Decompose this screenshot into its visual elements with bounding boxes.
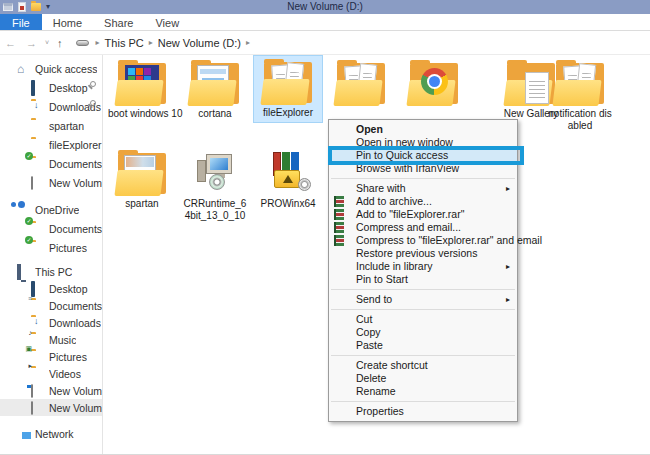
file-item-spartan[interactable]: spartan <box>108 147 176 210</box>
sidebar-item-pc-new-volume-c[interactable]: New Volume (C:) <box>0 382 102 399</box>
home-icon: ⌂ <box>17 62 24 76</box>
file-item-fileexplorer[interactable]: fileExplorer <box>254 56 322 122</box>
ribbon-tab-bar: File Home Share View <box>0 14 650 31</box>
file-item-chrome-folder[interactable] <box>400 57 468 108</box>
submenu-arrow-icon: ▸ <box>506 293 510 306</box>
winrar-archive-icon <box>260 150 316 196</box>
sidebar-item-pc-pictures[interactable]: Pictures <box>0 348 102 365</box>
system-drive-icon <box>31 384 33 398</box>
context-menu-item-restore-previous-versions[interactable]: Restore previous versions <box>329 247 517 260</box>
sidebar-item-pc-documents[interactable]: Documents <box>0 297 102 314</box>
document-pages-icon <box>525 72 549 104</box>
context-menu-item-cut[interactable]: Cut <box>329 313 517 326</box>
breadcrumb-separator: ▸ <box>94 38 102 47</box>
navigation-pane: ⌂ Quick access Desktop Downloads spartan… <box>0 55 103 454</box>
pin-icon <box>86 81 96 91</box>
context-menu-item-create-shortcut[interactable]: Create shortcut <box>329 359 517 372</box>
sidebar-item-pc-desktop[interactable]: Desktop <box>0 280 102 297</box>
winrar-icon <box>334 235 344 246</box>
sidebar-item-new-volume-d[interactable]: New Volume (D:) <box>0 173 102 192</box>
file-item-cortana[interactable]: cortana <box>181 57 249 120</box>
context-menu: Open Open in new window Pin to Quick acc… <box>328 119 518 422</box>
folder-icon <box>114 150 170 196</box>
context-menu-item-rename[interactable]: Rename <box>329 385 517 398</box>
window-title: New Volume (D:) <box>0 1 650 12</box>
sidebar-item-spartan[interactable]: spartan <box>0 116 102 135</box>
tab-file[interactable]: File <box>0 14 42 30</box>
winrar-icon <box>334 222 344 233</box>
file-item-notification-disabled[interactable]: notification disabled <box>546 57 614 131</box>
sidebar-item-downloads[interactable]: Downloads <box>0 97 102 116</box>
context-menu-item-pin-to-start[interactable]: Pin to Start <box>329 273 517 286</box>
menu-separator <box>331 401 515 402</box>
disc-icon <box>298 178 311 191</box>
sidebar-item-documents[interactable]: Documents <box>0 154 102 173</box>
forward-arrow-icon[interactable]: → <box>21 37 42 49</box>
file-item-crruntime[interactable]: CRRuntime_64bit_13_0_10 <box>181 147 249 221</box>
installer-icon <box>187 150 243 196</box>
sidebar-item-fileexplorer[interactable]: fileExplorer <box>0 135 102 154</box>
disc-icon <box>209 174 225 190</box>
drive-icon <box>31 176 33 190</box>
file-item-documents-folder[interactable] <box>327 57 395 108</box>
file-item-boot-windows-10[interactable]: boot windows 10 <box>108 57 176 120</box>
context-menu-item-add-to-rar[interactable]: Add to "fileExplorer.rar" <box>329 208 517 221</box>
breadcrumb-current[interactable]: New Volume (D:) <box>155 37 244 49</box>
up-arrow-icon[interactable]: ↑ <box>52 37 68 49</box>
folder-icon <box>260 59 316 105</box>
sidebar-item-pc-new-volume-d[interactable]: New Volume (D:) <box>0 399 102 416</box>
context-menu-item-compress-and-email[interactable]: Compress and email... <box>329 221 517 234</box>
winrar-icon <box>334 196 344 207</box>
context-menu-item-copy[interactable]: Copy <box>329 326 517 339</box>
sidebar-group-quick-access[interactable]: ⌂ Quick access <box>0 59 102 78</box>
context-menu-item-open[interactable]: Open <box>329 123 517 136</box>
sidebar-group-network[interactable]: Network <box>0 424 102 443</box>
sidebar-item-desktop[interactable]: Desktop <box>0 78 102 97</box>
breadcrumb-separator: ▸ <box>147 38 155 47</box>
pc-icon <box>17 264 21 280</box>
context-menu-item-send-to[interactable]: Send to ▸ <box>329 293 517 306</box>
submenu-arrow-icon: ▸ <box>506 182 510 195</box>
context-menu-item-delete[interactable]: Delete <box>329 372 517 385</box>
folder-icon <box>333 60 389 106</box>
monitor-icon <box>31 80 35 96</box>
folder-icon <box>552 60 608 106</box>
menu-separator <box>331 309 515 310</box>
context-menu-item-add-to-archive[interactable]: Add to archive... <box>329 195 517 208</box>
tab-share[interactable]: Share <box>93 14 144 30</box>
submenu-arrow-icon: ▸ <box>506 260 510 273</box>
sidebar-group-onedrive[interactable]: OneDrive <box>0 200 102 219</box>
context-menu-item-pin-to-quick-access[interactable]: Pin to Quick access <box>329 149 517 162</box>
address-bar: ← → ˅ ↑ ▸ This PC ▸ New Volume (D:) ▸ <box>0 31 650 55</box>
sidebar-item-pc-videos[interactable]: Videos <box>0 365 102 382</box>
chrome-icon <box>421 68 448 95</box>
context-menu-item-include-in-library[interactable]: Include in library ▸ <box>329 260 517 273</box>
location-drive-icon <box>76 40 89 46</box>
file-item-prowinx64[interactable]: PROWinx64 <box>254 147 322 210</box>
winrar-icon <box>334 209 344 220</box>
folder-icon <box>406 60 462 106</box>
menu-separator <box>331 355 515 356</box>
sidebar-item-pc-music[interactable]: Music <box>0 331 102 348</box>
folder-icon <box>114 60 170 106</box>
breadcrumb-separator: ▸ <box>244 38 252 47</box>
context-menu-item-share-with[interactable]: Share with ▸ <box>329 182 517 195</box>
context-menu-item-paste[interactable]: Paste <box>329 339 517 352</box>
context-menu-item-compress-to-rar-and-email[interactable]: Compress to "fileExplorer.rar" and email <box>329 234 517 247</box>
breadcrumb-this-pc[interactable]: This PC <box>102 37 147 49</box>
sidebar-item-onedrive-documents[interactable]: Documents <box>0 219 102 238</box>
sidebar-item-pc-downloads[interactable]: Downloads <box>0 314 102 331</box>
context-menu-item-browse-with-irfanview[interactable]: Browse with IrfanView <box>329 162 517 175</box>
sidebar-item-onedrive-pictures[interactable]: Pictures <box>0 238 102 257</box>
recent-locations-icon[interactable]: ˅ <box>42 39 52 46</box>
back-arrow-icon[interactable]: ← <box>0 37 21 49</box>
context-menu-item-open-in-new-window[interactable]: Open in new window <box>329 136 517 149</box>
file-explorer-window: ▾ New Volume (D:) File Home Share View ←… <box>0 0 650 455</box>
drive-icon <box>31 401 33 415</box>
sidebar-group-this-pc[interactable]: This PC <box>0 263 102 280</box>
menu-separator <box>331 289 515 290</box>
tab-view[interactable]: View <box>144 14 190 30</box>
tab-home[interactable]: Home <box>42 14 93 30</box>
pin-icon <box>86 100 96 110</box>
context-menu-item-properties[interactable]: Properties <box>329 405 517 418</box>
